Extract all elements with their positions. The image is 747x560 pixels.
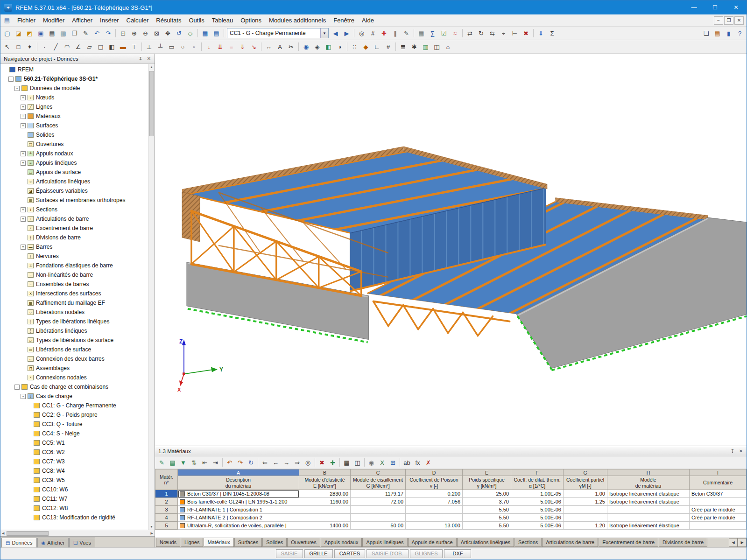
separator[interactable]	[338, 457, 341, 468]
sort-button[interactable]: ⇅	[189, 457, 199, 468]
tree-item[interactable]: + ╱ Lignes	[0, 102, 148, 112]
visibility-button[interactable]: ◉	[301, 42, 311, 52]
cell-e-modulus[interactable]: 1160.00	[299, 498, 351, 506]
graphic-window-button[interactable]: ▦	[200, 28, 211, 39]
table-tab-articulations-lineiques[interactable]: Articulations linéiques	[457, 538, 514, 547]
cell-e-modulus[interactable]	[299, 506, 351, 514]
spell-check-button[interactable]: ab	[402, 457, 412, 468]
separator[interactable]	[140, 42, 143, 52]
tree-item[interactable]: CC2: G - Poids propre	[0, 410, 148, 420]
zoom-window-button[interactable]: ⊡	[118, 28, 128, 39]
cell-partial-factor[interactable]	[564, 514, 607, 522]
separator[interactable]	[461, 28, 464, 39]
mdi-close-button[interactable]: ✕	[734, 16, 744, 25]
cell-partial-factor[interactable]: 1.00	[564, 490, 607, 498]
tree-item[interactable]: + ┴ Appuis nodaux	[0, 149, 148, 158]
scrollbar-thumb[interactable]	[7, 531, 49, 536]
cell-material-model[interactable]	[607, 506, 690, 514]
calculate-button[interactable]: ∑	[427, 28, 438, 39]
cell-g-modulus[interactable]: 1179.17	[351, 490, 406, 498]
zoom-all-button[interactable]: ⊠	[151, 28, 162, 39]
tree-item[interactable]: CC12: W8	[0, 504, 148, 513]
chevron-down-icon[interactable]: ▼	[320, 28, 328, 38]
cell-description[interactable]: RF-LAMINATE 2 | Composition 2	[178, 514, 299, 522]
loadcase-combo[interactable]: CC1 - G - Charge Permanente ▼	[227, 28, 329, 38]
row-number[interactable]: 2	[155, 498, 178, 506]
ole-button[interactable]: ⊞	[388, 457, 398, 468]
color-scale-button[interactable]: ▥	[420, 42, 431, 52]
cell-g-modulus[interactable]: 50.00	[351, 522, 406, 530]
separator[interactable]	[196, 28, 199, 39]
tree-item[interactable]: ▭ Appuis de surface	[0, 168, 148, 177]
tree-item[interactable]: ⊓ Assemblages	[0, 364, 148, 373]
separator[interactable]	[394, 42, 397, 52]
nodal-support-button[interactable]: ⊥	[144, 42, 155, 52]
tab-vues[interactable]: ❏ Vues	[69, 538, 95, 547]
tree-item[interactable]: + ◦ Articulations de barre	[0, 214, 148, 224]
view-mode-button[interactable]: ▤	[167, 457, 178, 468]
cell-comment[interactable]	[690, 498, 747, 506]
new-window-button[interactable]: ❏	[701, 28, 712, 39]
table-tab-appuis-lineiques[interactable]: Appuis linéiques	[362, 538, 407, 547]
tree-item[interactable]: + ▬ Barres	[0, 242, 148, 252]
user-view-button[interactable]: ◈	[312, 42, 323, 52]
workplane-button[interactable]: #	[383, 42, 394, 52]
table-row[interactable]: 3 RF-LAMINATE 1 | Composition 1 5.50 5.0…	[155, 506, 747, 514]
separator[interactable]	[363, 457, 366, 468]
tree-item[interactable]: CC8: W4	[0, 466, 148, 476]
tree-item[interactable]: CC10: W6	[0, 485, 148, 494]
filter-rows-button[interactable]: ▼	[178, 457, 189, 468]
cell-partial-factor[interactable]: 1.20	[564, 522, 607, 530]
tree-item[interactable]: CC4: S - Neige	[0, 429, 148, 438]
select-special-button[interactable]: ✦	[24, 42, 35, 52]
separator[interactable]	[345, 42, 349, 52]
table-tab-lignes[interactable]: Lignes	[181, 538, 203, 547]
section-cut-button[interactable]: ✂	[286, 42, 296, 52]
minimize-button[interactable]: —	[684, 0, 705, 14]
cell-partial-factor[interactable]: 1.25	[564, 498, 607, 506]
menu-resultats[interactable]: Résultats	[152, 15, 185, 25]
cell-e-modulus[interactable]	[299, 514, 351, 522]
glignes-toggle[interactable]: GLIGNES	[410, 549, 443, 558]
next-loadcase-button[interactable]: ▶	[341, 28, 352, 39]
separator[interactable]	[412, 28, 416, 39]
rib-button[interactable]: ⊤	[129, 42, 140, 52]
separator[interactable]	[260, 42, 263, 52]
tree-item[interactable]: ○ Articulations linéiques	[0, 177, 148, 186]
table-tab-sections[interactable]: Sections	[514, 538, 542, 547]
tree-expander[interactable]: +	[21, 114, 26, 119]
comment-button[interactable]: ✎	[401, 28, 412, 39]
table-grid-button[interactable]: ▦	[341, 457, 352, 468]
tree-item[interactable]: - ↓ Cas de charge	[0, 392, 148, 401]
tree-item[interactable]: * Connexions nodales	[0, 373, 148, 382]
undo-button[interactable]: ↶	[224, 457, 235, 468]
render-button[interactable]: ◧	[323, 42, 334, 52]
pin-icon[interactable]: ↧	[137, 55, 144, 63]
print-preview-button[interactable]: ▥	[58, 28, 69, 39]
cell-thermal-coeff[interactable]: 5.00E-06	[511, 498, 564, 506]
arc-button[interactable]: ◠	[62, 42, 72, 52]
tree-item[interactable]: CC9: W5	[0, 476, 148, 485]
fx-button[interactable]: fx	[412, 457, 423, 468]
column-header[interactable]: A	[178, 469, 299, 476]
mdi-minimize-button[interactable]: −	[714, 16, 723, 25]
cell-thermal-coeff[interactable]: 5.00E-06	[511, 506, 564, 514]
tree-item[interactable]: RFEM	[0, 65, 148, 74]
scroll-down-icon[interactable]: ▼	[150, 524, 153, 530]
row-number[interactable]: 5	[155, 522, 178, 530]
tree-expander[interactable]: -	[8, 77, 14, 82]
zoom-in-button[interactable]: ⊕	[129, 28, 140, 39]
cell-comment[interactable]: Créé par le module	[690, 506, 747, 514]
tree-item[interactable]: CC7: W3	[0, 457, 148, 466]
tree-item[interactable]: ┆ Divisions de barre	[0, 233, 148, 242]
surface-support-button[interactable]: ▭	[166, 42, 177, 52]
polyline-button[interactable]: ∠	[73, 42, 84, 52]
column-header[interactable]: E	[463, 469, 511, 476]
menu-afficher[interactable]: Afficher	[68, 15, 96, 25]
cell-description[interactable]: RF-LAMINATE 1 | Composition 1	[178, 506, 299, 514]
table-tab-materiaux[interactable]: Matériaux	[204, 538, 233, 547]
divide-button[interactable]: ÷	[498, 28, 509, 39]
select-button[interactable]: ↖	[2, 42, 13, 52]
menu-aide[interactable]: Aide	[358, 15, 378, 25]
clip-button[interactable]: ◫	[431, 42, 442, 52]
